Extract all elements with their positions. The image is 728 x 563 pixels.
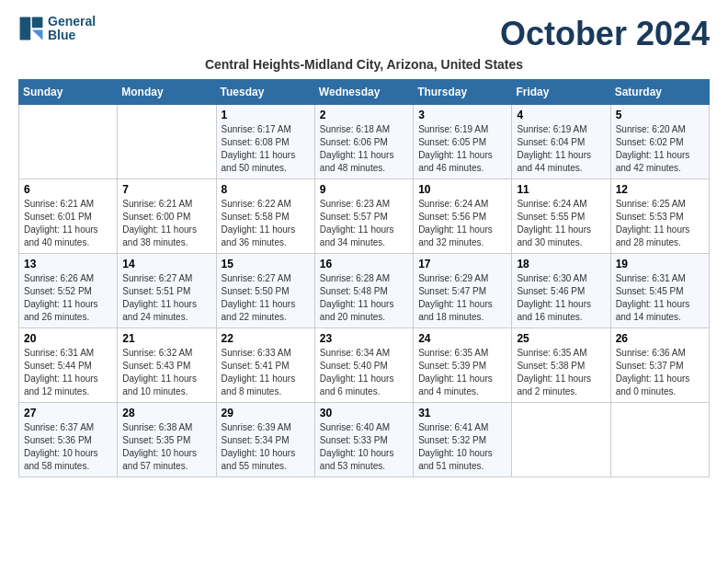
svg-rect-2 <box>32 17 43 29</box>
day-number: 24 <box>418 332 506 345</box>
calendar-cell: 22Sunrise: 6:33 AMSunset: 5:41 PMDayligh… <box>216 328 314 403</box>
day-info: Sunrise: 6:21 AMSunset: 6:00 PMDaylight:… <box>122 198 210 249</box>
day-number: 11 <box>517 183 605 196</box>
day-number: 22 <box>222 332 310 345</box>
calendar-cell: 23Sunrise: 6:34 AMSunset: 5:40 PMDayligh… <box>314 328 413 403</box>
calendar-cell: 1Sunrise: 6:17 AMSunset: 6:08 PMDaylight… <box>216 105 314 179</box>
day-number: 6 <box>24 183 112 196</box>
day-number: 10 <box>418 183 506 196</box>
day-number: 14 <box>122 258 210 270</box>
day-info: Sunrise: 6:37 AMSunset: 5:36 PMDaylight:… <box>24 421 112 473</box>
day-info: Sunrise: 6:27 AMSunset: 5:51 PMDaylight:… <box>122 272 210 324</box>
day-number: 7 <box>122 183 210 196</box>
calendar-cell: 15Sunrise: 6:27 AMSunset: 5:50 PMDayligh… <box>216 254 314 328</box>
day-number: 30 <box>320 407 408 419</box>
calendar-cell: 9Sunrise: 6:23 AMSunset: 5:57 PMDaylight… <box>314 179 413 254</box>
day-info: Sunrise: 6:17 AMSunset: 6:08 PMDaylight:… <box>222 123 310 175</box>
calendar-cell: 2Sunrise: 6:18 AMSunset: 6:06 PMDaylight… <box>314 105 413 179</box>
day-number: 4 <box>517 109 605 121</box>
header-day-monday: Monday <box>118 80 216 105</box>
calendar-cell: 4Sunrise: 6:19 AMSunset: 6:04 PMDaylight… <box>512 105 610 179</box>
day-number: 31 <box>418 407 506 419</box>
calendar-cell: 8Sunrise: 6:22 AMSunset: 5:58 PMDaylight… <box>216 179 314 254</box>
calendar-cell: 14Sunrise: 6:27 AMSunset: 5:51 PMDayligh… <box>118 254 216 328</box>
day-info: Sunrise: 6:19 AMSunset: 6:04 PMDaylight:… <box>517 123 605 175</box>
day-info: Sunrise: 6:18 AMSunset: 6:06 PMDaylight:… <box>320 123 408 175</box>
day-number: 29 <box>222 407 310 419</box>
logo: General Blue <box>18 15 96 43</box>
day-info: Sunrise: 6:35 AMSunset: 5:38 PMDaylight:… <box>517 347 605 398</box>
day-info: Sunrise: 6:36 AMSunset: 5:37 PMDaylight:… <box>616 347 704 398</box>
header-day-saturday: Saturday <box>610 80 709 105</box>
calendar-cell: 19Sunrise: 6:31 AMSunset: 5:45 PMDayligh… <box>610 254 709 328</box>
day-info: Sunrise: 6:28 AMSunset: 5:48 PMDaylight:… <box>320 272 408 324</box>
day-number: 27 <box>24 407 112 419</box>
calendar-cell <box>118 105 216 179</box>
day-number: 28 <box>122 407 210 419</box>
calendar-week-5: 27Sunrise: 6:37 AMSunset: 5:36 PMDayligh… <box>19 403 710 477</box>
calendar-cell: 3Sunrise: 6:19 AMSunset: 6:05 PMDaylight… <box>414 105 512 179</box>
calendar-cell: 13Sunrise: 6:26 AMSunset: 5:52 PMDayligh… <box>19 254 118 328</box>
day-number: 3 <box>418 109 506 121</box>
logo-text: General Blue <box>48 15 96 43</box>
day-info: Sunrise: 6:32 AMSunset: 5:43 PMDaylight:… <box>122 347 210 398</box>
day-info: Sunrise: 6:25 AMSunset: 5:53 PMDaylight:… <box>616 198 704 249</box>
header-day-friday: Friday <box>512 80 610 105</box>
day-info: Sunrise: 6:21 AMSunset: 6:01 PMDaylight:… <box>24 198 112 249</box>
calendar-cell: 26Sunrise: 6:36 AMSunset: 5:37 PMDayligh… <box>610 328 709 403</box>
day-number: 12 <box>616 183 704 196</box>
day-number: 26 <box>616 332 704 345</box>
header-day-thursday: Thursday <box>414 80 512 105</box>
day-info: Sunrise: 6:33 AMSunset: 5:41 PMDaylight:… <box>222 347 310 398</box>
day-info: Sunrise: 6:19 AMSunset: 6:05 PMDaylight:… <box>418 123 506 175</box>
day-number: 17 <box>418 258 506 270</box>
logo-icon <box>18 16 44 41</box>
day-number: 2 <box>320 109 408 121</box>
subtitle: Central Heights-Midland City, Arizona, U… <box>18 57 710 72</box>
day-info: Sunrise: 6:30 AMSunset: 5:46 PMDaylight:… <box>517 272 605 324</box>
day-info: Sunrise: 6:41 AMSunset: 5:32 PMDaylight:… <box>418 421 506 473</box>
calendar-cell: 18Sunrise: 6:30 AMSunset: 5:46 PMDayligh… <box>512 254 610 328</box>
day-info: Sunrise: 6:35 AMSunset: 5:39 PMDaylight:… <box>418 347 506 398</box>
calendar-cell: 6Sunrise: 6:21 AMSunset: 6:01 PMDaylight… <box>19 179 118 254</box>
calendar-cell <box>19 105 118 179</box>
day-info: Sunrise: 6:31 AMSunset: 5:45 PMDaylight:… <box>616 272 704 324</box>
calendar-cell: 25Sunrise: 6:35 AMSunset: 5:38 PMDayligh… <box>512 328 610 403</box>
day-info: Sunrise: 6:26 AMSunset: 5:52 PMDaylight:… <box>24 272 112 324</box>
day-number: 8 <box>222 183 310 196</box>
header: General Blue October 2024 <box>18 15 710 53</box>
calendar-header-row: SundayMondayTuesdayWednesdayThursdayFrid… <box>19 80 710 105</box>
calendar-cell: 20Sunrise: 6:31 AMSunset: 5:44 PMDayligh… <box>19 328 118 403</box>
calendar-cell: 28Sunrise: 6:38 AMSunset: 5:35 PMDayligh… <box>118 403 216 477</box>
calendar-cell <box>610 403 709 477</box>
calendar-cell: 30Sunrise: 6:40 AMSunset: 5:33 PMDayligh… <box>314 403 413 477</box>
day-number: 5 <box>616 109 704 121</box>
calendar-cell: 11Sunrise: 6:24 AMSunset: 5:55 PMDayligh… <box>512 179 610 254</box>
day-info: Sunrise: 6:39 AMSunset: 5:34 PMDaylight:… <box>222 421 310 473</box>
day-number: 18 <box>517 258 605 270</box>
day-number: 19 <box>616 258 704 270</box>
calendar-cell: 27Sunrise: 6:37 AMSunset: 5:36 PMDayligh… <box>19 403 118 477</box>
day-info: Sunrise: 6:22 AMSunset: 5:58 PMDaylight:… <box>222 198 310 249</box>
month-title: October 2024 <box>500 15 710 53</box>
calendar-week-3: 13Sunrise: 6:26 AMSunset: 5:52 PMDayligh… <box>19 254 710 328</box>
day-info: Sunrise: 6:34 AMSunset: 5:40 PMDaylight:… <box>320 347 408 398</box>
calendar-cell: 24Sunrise: 6:35 AMSunset: 5:39 PMDayligh… <box>414 328 512 403</box>
calendar-week-1: 1Sunrise: 6:17 AMSunset: 6:08 PMDaylight… <box>19 105 710 179</box>
day-info: Sunrise: 6:31 AMSunset: 5:44 PMDaylight:… <box>24 347 112 398</box>
calendar-cell: 7Sunrise: 6:21 AMSunset: 6:00 PMDaylight… <box>118 179 216 254</box>
header-day-tuesday: Tuesday <box>216 80 314 105</box>
day-number: 13 <box>24 258 112 270</box>
calendar-week-2: 6Sunrise: 6:21 AMSunset: 6:01 PMDaylight… <box>19 179 710 254</box>
day-info: Sunrise: 6:20 AMSunset: 6:02 PMDaylight:… <box>616 123 704 175</box>
calendar-cell: 12Sunrise: 6:25 AMSunset: 5:53 PMDayligh… <box>610 179 709 254</box>
calendar-cell: 16Sunrise: 6:28 AMSunset: 5:48 PMDayligh… <box>314 254 413 328</box>
day-info: Sunrise: 6:24 AMSunset: 5:56 PMDaylight:… <box>418 198 506 249</box>
calendar-cell: 31Sunrise: 6:41 AMSunset: 5:32 PMDayligh… <box>414 403 512 477</box>
calendar-cell: 10Sunrise: 6:24 AMSunset: 5:56 PMDayligh… <box>414 179 512 254</box>
calendar-cell <box>512 403 610 477</box>
day-info: Sunrise: 6:27 AMSunset: 5:50 PMDaylight:… <box>222 272 310 324</box>
day-number: 9 <box>320 183 408 196</box>
day-number: 15 <box>222 258 310 270</box>
calendar-week-4: 20Sunrise: 6:31 AMSunset: 5:44 PMDayligh… <box>19 328 710 403</box>
